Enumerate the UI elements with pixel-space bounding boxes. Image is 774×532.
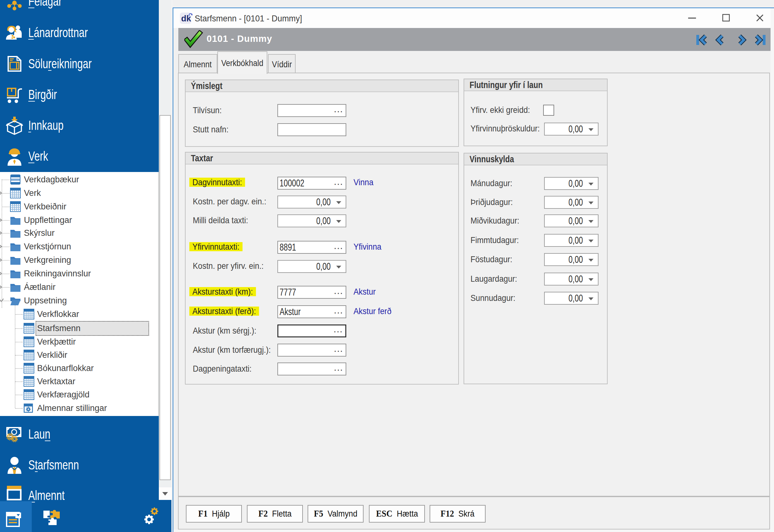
svg-text:C: C — [9, 435, 12, 439]
svg-text:O: O — [13, 437, 16, 441]
